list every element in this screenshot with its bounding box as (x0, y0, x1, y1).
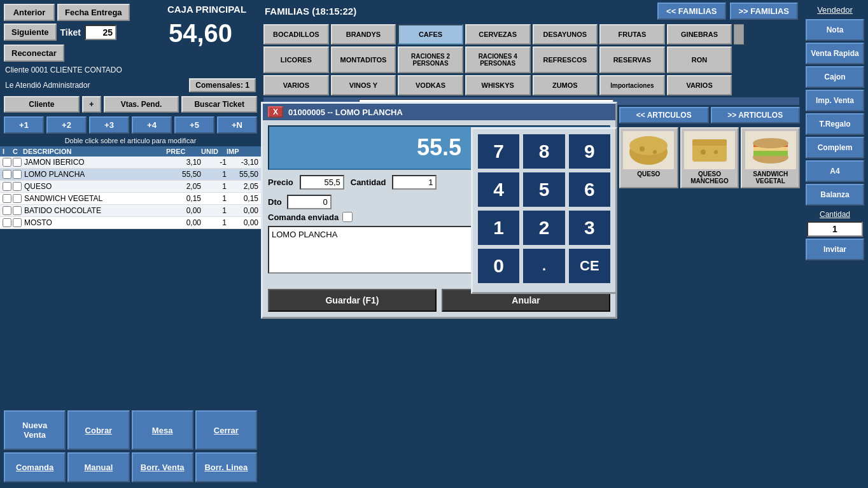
row-check-i[interactable] (3, 206, 11, 215)
num-7[interactable]: 7 (478, 134, 519, 169)
fecha-entrega-button[interactable]: Fecha Entrega (57, 4, 130, 21)
next-articles-button[interactable]: >> ARTICULOS (711, 107, 801, 123)
prev-articles-button[interactable]: << ARTICULOS (619, 107, 709, 123)
borr-linea-button[interactable]: Borr. Linea (195, 452, 257, 482)
caja-title: CAJA PRINCIPAL (153, 4, 261, 15)
cantidad-sidebar-input[interactable] (807, 221, 863, 237)
cat-raciones4[interactable]: RACIONES 4 PERSONAS (465, 46, 531, 73)
complem-button[interactable]: Complem (806, 137, 864, 158)
nueva-venta-button[interactable]: Nueva Venta (4, 410, 66, 450)
row-check-c[interactable] (13, 194, 22, 203)
cat-zumos[interactable]: ZUMOS (533, 75, 598, 95)
cliente-button[interactable]: Cliente (4, 96, 80, 113)
cat-vinos[interactable]: VINOS Y (331, 75, 396, 95)
cat-cervezas[interactable]: CERVEZAS (465, 24, 531, 45)
ticket-number-input[interactable] (85, 25, 116, 40)
cat-raciones2[interactable]: RACIONES 2 PERSONAS (398, 46, 463, 73)
row-check-i[interactable] (3, 218, 11, 227)
next-familias-button[interactable]: >> FAMILIAS (730, 3, 798, 20)
row-check-c[interactable] (13, 158, 22, 167)
dialog-close-button[interactable]: X (268, 106, 283, 118)
article-item-queso-manchego[interactable]: QUESO MANCHEGO (680, 127, 739, 188)
table-row[interactable]: SANDWICH VEGETAL 0,15 1 0,15 (0, 193, 261, 205)
plus2-button[interactable]: +2 (46, 116, 87, 134)
buscar-ticket-button[interactable]: Buscar Ticket (181, 96, 257, 113)
cat-montaditos[interactable]: MONTADITOS (331, 46, 396, 73)
row-check-i[interactable] (3, 182, 11, 191)
cat-cafes[interactable]: CAFES (398, 24, 463, 45)
cat-vodkas[interactable]: VODKAS (398, 75, 463, 95)
plus-button[interactable]: + (82, 96, 101, 113)
manual-button[interactable]: Manual (67, 452, 129, 482)
comanda-button[interactable]: Comanda (4, 452, 66, 482)
num-dot[interactable]: . (523, 249, 564, 283)
num-8[interactable]: 8 (523, 134, 564, 169)
num-1[interactable]: 1 (478, 211, 519, 245)
plus4-button[interactable]: +4 (132, 116, 172, 134)
reconectar-button[interactable]: Reconectar (4, 45, 64, 62)
cat-reservas[interactable]: RESERVAS (599, 46, 665, 73)
cat-brandys[interactable]: BRANDYS (331, 24, 396, 45)
cantidad-input[interactable] (392, 175, 437, 190)
balanza-button[interactable]: Balanza (806, 184, 864, 206)
plus5-button[interactable]: +5 (174, 116, 214, 134)
guardar-button[interactable]: Guardar (F1) (268, 289, 437, 312)
num-5[interactable]: 5 (523, 172, 564, 207)
imp-venta-button[interactable]: Imp. Venta (806, 90, 864, 111)
cat-bocadillos[interactable]: BOCADILLOS (263, 24, 329, 45)
table-row[interactable]: JAMON IBERICO 3,10 -1 -3,10 (0, 157, 261, 169)
row-check-i[interactable] (3, 194, 11, 203)
table-row[interactable]: LOMO PLANCHA 55,50 1 55,50 (0, 169, 261, 181)
article-item-sandwich-vegetal[interactable]: SANDWICH VEGETAL (741, 127, 800, 188)
cat-varios1[interactable]: VARIOS (263, 75, 329, 95)
cat-ron[interactable]: RON (667, 46, 732, 73)
mesa-button[interactable]: Mesa (132, 410, 193, 450)
cat-whiskys[interactable]: WHISKYS (465, 75, 531, 95)
table-row[interactable]: QUESO 2,05 1 2,05 (0, 181, 261, 193)
cat-licores[interactable]: LICORES (263, 46, 329, 73)
scrollbar-v[interactable] (734, 24, 744, 45)
dto-input[interactable] (287, 195, 332, 209)
action-buttons: Cliente + Vtas. Pend. Buscar Ticket (0, 94, 261, 115)
num-9[interactable]: 9 (569, 134, 610, 169)
borr-venta-button[interactable]: Borr. Venta (132, 452, 193, 482)
article-item-queso[interactable]: QUESO (619, 127, 678, 188)
vtas-pend-button[interactable]: Vtas. Pend. (104, 96, 179, 113)
venta-rapida-button[interactable]: Venta Rapida (806, 43, 864, 64)
num-3[interactable]: 3 (569, 211, 610, 245)
nota-button[interactable]: Nota (806, 19, 864, 41)
prev-familias-button[interactable]: << FAMILIAS (657, 3, 725, 20)
num-6[interactable]: 6 (569, 172, 610, 207)
plus3-button[interactable]: +3 (89, 116, 129, 134)
invitar-button[interactable]: Invitar (806, 239, 864, 260)
num-2[interactable]: 2 (523, 211, 564, 245)
row-check-c[interactable] (13, 182, 22, 191)
siguiente-button[interactable]: Siguiente (4, 24, 57, 41)
plus1-button[interactable]: +1 (4, 116, 44, 134)
precio-input[interactable] (300, 175, 344, 190)
table-row[interactable]: MOSTO 0,00 1 0,00 (0, 217, 261, 229)
cat-frutas[interactable]: FRUTAS (599, 24, 665, 45)
cat-desayunos[interactable]: DESAYUNOS (533, 24, 598, 45)
row-check-i[interactable] (3, 170, 11, 179)
num-ce[interactable]: CE (569, 249, 610, 283)
cat-ginebras[interactable]: GINEBRAS (667, 24, 732, 45)
row-check-c[interactable] (13, 170, 22, 179)
row-check-c[interactable] (13, 206, 22, 215)
row-check-i[interactable] (3, 158, 11, 167)
cobrar-button[interactable]: Cobrar (67, 410, 129, 450)
cerrar-button[interactable]: Cerrar (195, 410, 257, 450)
cat-refrescos[interactable]: REFRESCOS (533, 46, 598, 73)
table-row[interactable]: BATIDO CHOCOLATE 0,00 1 0,00 (0, 205, 261, 217)
t-regalo-button[interactable]: T.Regalo (806, 113, 864, 135)
cat-varios2[interactable]: VARIOS (667, 75, 732, 95)
comanda-checkbox[interactable] (342, 212, 353, 222)
plusN-button[interactable]: +N (217, 116, 257, 134)
cajon-button[interactable]: Cajon (806, 66, 864, 88)
num-4[interactable]: 4 (478, 172, 519, 207)
anterior-button[interactable]: Anterior (4, 4, 55, 21)
a4-button[interactable]: A4 (806, 160, 864, 182)
cat-importaciones[interactable]: Importaciones (599, 75, 665, 95)
row-check-c[interactable] (13, 218, 22, 227)
num-0[interactable]: 0 (478, 249, 519, 283)
